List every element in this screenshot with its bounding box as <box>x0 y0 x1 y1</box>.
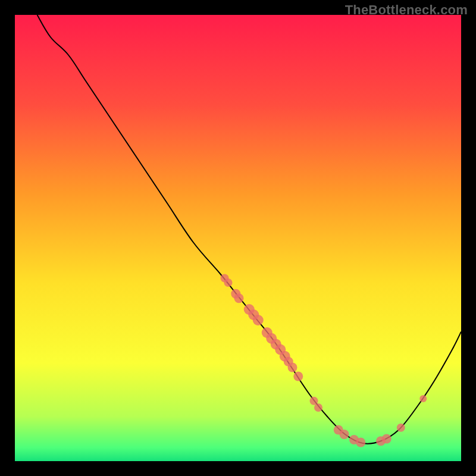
chart-plot-area <box>15 15 461 461</box>
data-marker <box>314 403 322 412</box>
data-marker <box>356 438 365 447</box>
data-marker <box>288 363 298 372</box>
data-marker <box>253 315 264 325</box>
data-marker <box>340 430 349 439</box>
watermark-text: TheBottleneck.com <box>345 2 468 18</box>
data-marker <box>224 278 233 287</box>
data-marker <box>293 372 303 381</box>
data-marker <box>382 434 392 444</box>
chart-svg <box>15 15 461 461</box>
data-marker <box>234 293 244 303</box>
outer-frame: TheBottleneck.com <box>0 0 476 476</box>
data-marker <box>397 424 405 432</box>
chart-background <box>15 15 461 461</box>
data-marker <box>419 395 427 402</box>
